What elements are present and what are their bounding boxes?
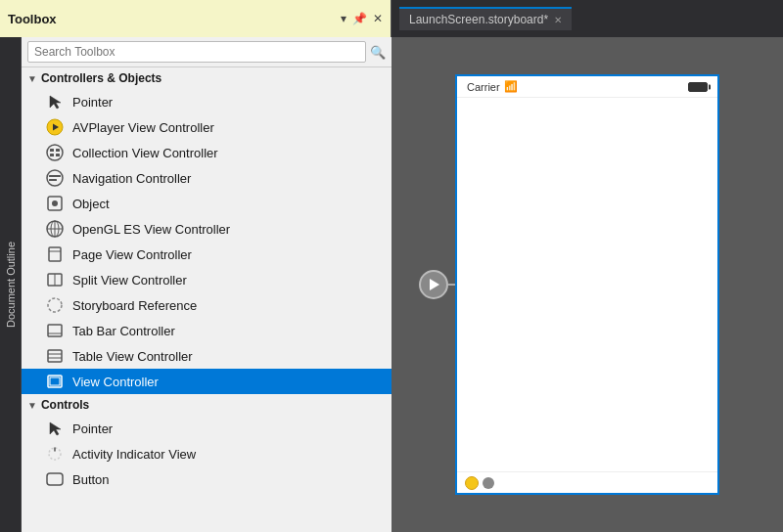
- status-bar: Carrier 📶: [457, 76, 717, 98]
- iphone-screen-content: [457, 98, 717, 471]
- pointer-ctrl-icon: [45, 92, 65, 111]
- svg-point-21: [48, 298, 62, 312]
- item-navigation-label: Navigation Controller: [72, 171, 191, 186]
- main-content: Document Outline 🔍 ▼ Controllers & Objec…: [0, 37, 783, 532]
- tab-bar: LaunchScreen.storyboard* ✕: [392, 0, 783, 37]
- toolbox-list: ▼ Controllers & Objects Pointer AVPla: [22, 67, 392, 532]
- start-circle-play: [430, 279, 439, 290]
- svg-rect-7: [56, 154, 60, 156]
- wifi-icon: 📶: [504, 80, 518, 93]
- document-outline-label: Document Outline: [5, 242, 17, 328]
- object-icon: [45, 194, 65, 213]
- storyboard-tab[interactable]: LaunchScreen.storyboard* ✕: [399, 7, 572, 30]
- navigation-icon: [45, 168, 65, 188]
- toolbox-title: Toolbox: [8, 12, 57, 26]
- svg-marker-29: [50, 422, 61, 435]
- toolbox-dropdown-icon[interactable]: ▾: [341, 12, 346, 25]
- item-opengl[interactable]: OpenGL ES View Controller: [22, 216, 392, 242]
- item-avplayer[interactable]: AVPlayer View Controller: [22, 114, 392, 140]
- status-left: Carrier 📶: [467, 80, 518, 93]
- item-viewcontroller[interactable]: View Controller: [22, 369, 392, 394]
- button-icon: [45, 469, 65, 489]
- item-pointer-ctrl[interactable]: Pointer: [22, 89, 392, 114]
- category-controls[interactable]: ▼ Controls: [22, 394, 392, 416]
- start-circle: [419, 270, 448, 299]
- bottom-yellow-dot: [465, 476, 479, 490]
- item-tabbar-label: Tab Bar Controller: [72, 324, 175, 338]
- category-arrow-controllers: ▼: [27, 73, 37, 84]
- item-tableview-label: Table View Controller: [72, 349, 193, 364]
- document-outline-panel: Document Outline: [0, 37, 22, 532]
- toolbox-panel: 🔍 ▼ Controllers & Objects Pointer: [22, 37, 392, 532]
- top-bar: Toolbox ▾ 📌 ✕ LaunchScreen.storyboard* ✕: [0, 0, 783, 37]
- toolbox-pin-icon[interactable]: 📌: [352, 12, 367, 25]
- svg-rect-24: [48, 350, 62, 362]
- opengl-icon: [45, 219, 65, 239]
- toolbox-close-icon[interactable]: ✕: [373, 12, 383, 25]
- item-storyboard-ref[interactable]: Storyboard Reference: [22, 292, 392, 318]
- item-collection[interactable]: Collection View Controller: [22, 140, 392, 165]
- svg-point-3: [47, 145, 63, 160]
- status-right: [688, 82, 708, 92]
- viewcontroller-icon: [45, 372, 65, 391]
- svg-rect-9: [49, 175, 61, 177]
- tab-label: LaunchScreen.storyboard*: [409, 13, 548, 26]
- storyboard-area[interactable]: LaunchScreen.storyboard Carrier 📶: [392, 37, 783, 532]
- category-controllers[interactable]: ▼ Controllers & Objects: [22, 67, 392, 89]
- svg-rect-4: [50, 149, 54, 152]
- search-input[interactable]: [27, 41, 366, 63]
- item-pointer-ctrl2[interactable]: Pointer: [22, 416, 392, 441]
- svg-rect-17: [49, 247, 61, 261]
- item-collection-label: Collection View Controller: [72, 146, 218, 160]
- svg-rect-10: [49, 179, 57, 181]
- svg-rect-22: [48, 325, 62, 336]
- item-activity[interactable]: Activity Indicator View: [22, 441, 392, 466]
- item-pageview[interactable]: Page View Controller: [22, 242, 392, 267]
- storyboard-ref-icon: [45, 295, 65, 315]
- item-opengl-label: OpenGL ES View Controller: [72, 222, 230, 237]
- item-navigation[interactable]: Navigation Controller: [22, 165, 392, 191]
- svg-rect-5: [56, 149, 60, 152]
- activity-icon: [45, 444, 65, 464]
- svg-rect-6: [50, 154, 54, 156]
- tab-close-icon[interactable]: ✕: [554, 15, 562, 25]
- item-object[interactable]: Object: [22, 191, 392, 216]
- svg-rect-28: [50, 377, 60, 385]
- toolbox-title-bar: Toolbox ▾ 📌 ✕: [0, 0, 392, 37]
- search-icon[interactable]: 🔍: [370, 45, 386, 60]
- item-tableview[interactable]: Table View Controller: [22, 343, 392, 369]
- svg-point-8: [47, 170, 63, 186]
- category-controllers-label: Controllers & Objects: [41, 71, 161, 85]
- avplayer-icon: [45, 117, 65, 137]
- item-avplayer-label: AVPlayer View Controller: [72, 120, 214, 135]
- item-button[interactable]: Button: [22, 466, 392, 492]
- toolbox-controls: ▾ 📌 ✕: [341, 12, 383, 25]
- item-object-label: Object: [72, 197, 110, 211]
- bottom-small-icon: [483, 477, 494, 489]
- item-pointer-ctrl2-label: Pointer: [72, 421, 113, 436]
- tabbar-icon: [45, 321, 65, 340]
- battery-fill: [689, 83, 707, 91]
- iphone-mockup: Carrier 📶: [455, 74, 719, 495]
- item-activity-label: Activity Indicator View: [72, 447, 196, 462]
- category-controls-label: Controls: [41, 398, 89, 412]
- item-split-label: Split View Controller: [72, 273, 187, 288]
- item-pointer-ctrl-label: Pointer: [72, 95, 113, 110]
- item-split[interactable]: Split View Controller: [22, 267, 392, 292]
- item-pageview-label: Page View Controller: [72, 247, 192, 262]
- item-viewcontroller-label: View Controller: [72, 375, 159, 389]
- collection-icon: [45, 143, 65, 162]
- item-button-label: Button: [72, 472, 110, 487]
- svg-rect-32: [47, 473, 63, 485]
- iphone-bottom-bar: [457, 471, 717, 493]
- item-storyboard-ref-label: Storyboard Reference: [72, 298, 197, 313]
- pageview-icon: [45, 244, 65, 264]
- split-icon: [45, 270, 65, 289]
- pointer-ctrl2-icon: [45, 419, 65, 438]
- category-arrow-controls: ▼: [27, 400, 37, 411]
- tableview-icon: [45, 346, 65, 366]
- carrier-label: Carrier: [467, 81, 500, 93]
- svg-marker-0: [50, 96, 61, 109]
- battery-icon: [688, 82, 708, 92]
- item-tabbar[interactable]: Tab Bar Controller: [22, 318, 392, 343]
